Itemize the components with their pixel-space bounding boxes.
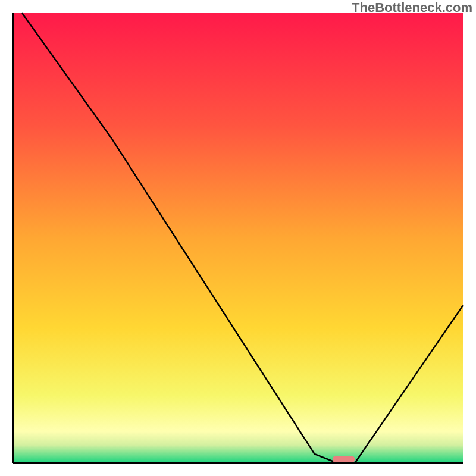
plot-background: [13, 13, 463, 463]
watermark-label: TheBottleneck.com: [352, 0, 472, 15]
optimal-marker: [333, 456, 355, 463]
bottleneck-chart: TheBottleneck.com: [0, 0, 476, 476]
chart-svg: [0, 0, 476, 476]
